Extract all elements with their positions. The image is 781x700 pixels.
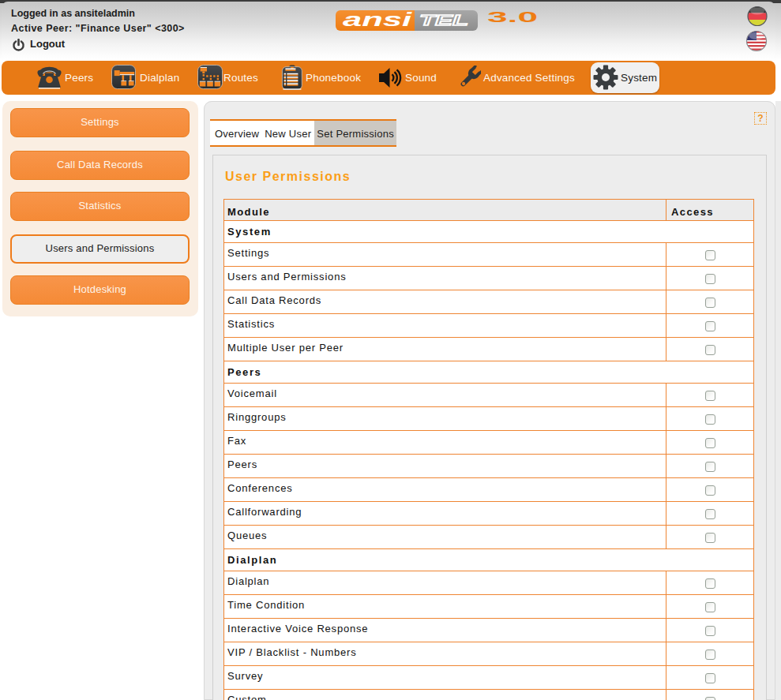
svg-text:TEL: TEL (419, 12, 468, 28)
svg-text:3.0: 3.0 (487, 10, 538, 25)
svg-text:ansi: ansi (343, 10, 412, 30)
